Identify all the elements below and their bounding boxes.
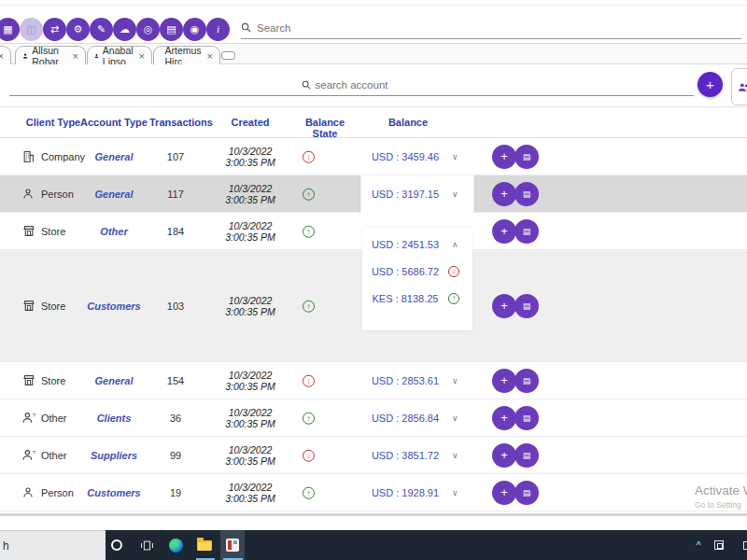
account-card-button[interactable]: ▤ [514, 481, 539, 505]
arrow-down-circle-icon: ↓ [303, 375, 315, 387]
tray-partial-icon[interactable] [743, 541, 747, 550]
account-card-button[interactable]: ▤ [514, 406, 539, 430]
client-type-label: Store [41, 226, 65, 237]
account-type-link[interactable]: Clients [80, 413, 148, 424]
power-icon[interactable]: ◉ [183, 18, 206, 41]
balance-line[interactable]: USD : 2856.84∨ [364, 410, 476, 427]
table-row[interactable]: Person General 117 10/3/2022 3:00:35 PM … [0, 175, 747, 213]
add-account-button[interactable]: + [698, 72, 723, 97]
close-icon[interactable]: × [0, 50, 4, 62]
account-type-link[interactable]: General [80, 151, 148, 162]
power-icon-glyph: ◉ [190, 24, 200, 35]
chevron-down-icon[interactable]: ∨ [452, 488, 458, 497]
balance-line[interactable]: USD : 2853.61∨ [364, 372, 476, 389]
team-icon[interactable]: ▦ [0, 18, 20, 41]
new-tab-button[interactable] [221, 51, 235, 60]
info-icon[interactable]: i [206, 18, 230, 41]
tab-artemus-hirc[interactable]: Artemus Hirc × [153, 46, 220, 64]
balance-list: USD : 3459.46∨ [364, 148, 476, 165]
balance-line[interactable]: USD : 2451.53∧ [364, 236, 476, 253]
account-card-button[interactable]: ▤ [514, 294, 539, 318]
cloud-icon[interactable]: ☁ [113, 18, 136, 41]
row-actions: + ▤ [492, 406, 548, 430]
add-transaction-button[interactable]: + [492, 369, 516, 393]
tray-chevron-icon[interactable]: ^ [687, 530, 710, 560]
header-created: Created [213, 117, 288, 128]
tab-label: Artemus Hirc [164, 45, 201, 67]
account-card-button[interactable]: ▤ [514, 145, 539, 169]
screen: ▦ ◫ ⇄ ⚙ ✎ ☁ ◎ ▤ ◉ i × Allsun Robar × Ana… [0, 0, 747, 560]
task-view-icon[interactable] [135, 530, 158, 560]
global-search-input[interactable] [257, 22, 705, 34]
add-transaction-button[interactable]: + [492, 406, 516, 430]
add-transaction-button[interactable]: + [492, 219, 516, 244]
balance-line[interactable]: KES : 8138.25↑ [364, 290, 476, 307]
sync-icon[interactable]: ◎ [136, 18, 160, 41]
close-icon[interactable]: × [139, 50, 145, 62]
tray-window-icon[interactable] [708, 530, 730, 560]
close-icon[interactable]: × [73, 50, 78, 62]
balance-value: USD : 2853.61 [364, 375, 446, 386]
chevron-up-icon[interactable]: ∧ [452, 240, 458, 249]
add-transaction-button[interactable]: + [492, 145, 516, 169]
account-type-link[interactable]: General [80, 189, 148, 200]
account-search-input[interactable] [9, 79, 694, 91]
account-type-link[interactable]: Other [80, 226, 148, 237]
client-tab-bar: × Allsun Robar × Anabal Lipso × Artemus … [0, 44, 747, 64]
file-explorer-icon[interactable] [193, 530, 216, 560]
taskbar-search-box[interactable]: h [0, 530, 106, 560]
chevron-down-icon[interactable]: ∨ [452, 152, 458, 161]
balance-value: USD : 2856.84 [364, 413, 446, 424]
table-row[interactable]: Company General 107 10/3/2022 3:00:35 PM… [0, 138, 747, 175]
balance-line[interactable]: USD : 3851.72∨ [364, 447, 476, 464]
transactions-value: 19 [149, 487, 202, 498]
tab-partial[interactable]: × [0, 46, 11, 64]
start-button-icon[interactable] [106, 530, 128, 560]
add-transaction-button[interactable]: + [492, 481, 516, 505]
chevron-down-icon[interactable]: ∨ [452, 451, 458, 460]
table-row[interactable]: ? Other Suppliers 99 10/3/2022 3:00:35 P… [0, 437, 747, 474]
settings-icon[interactable]: ⚙ [66, 18, 90, 41]
ledger-icon[interactable]: ▤ [160, 18, 183, 41]
edit-user-icon[interactable]: ✎ [90, 18, 113, 41]
account-card-button[interactable]: ▤ [514, 219, 539, 244]
client-type-icon [22, 374, 37, 387]
people-icon [738, 81, 747, 93]
account-type-link[interactable]: Customers [80, 487, 148, 498]
active-app-icon[interactable] [220, 530, 245, 560]
tab-allsun-robar[interactable]: Allsun Robar × [15, 46, 86, 64]
balance-line[interactable]: USD : 1928.91∨ [364, 484, 476, 501]
account-card-button[interactable]: ▤ [514, 369, 539, 393]
row-actions: + ▤ [492, 294, 548, 318]
chevron-down-icon[interactable]: ∨ [452, 376, 458, 385]
client-type-icon [22, 188, 37, 201]
group-icon[interactable]: ⇄ [43, 18, 66, 41]
tab-anabal-lipso[interactable]: Anabal Lipso × [87, 46, 152, 64]
account-type-link[interactable]: Customers [80, 301, 148, 312]
cloud-icon-glyph: ☁ [120, 24, 130, 35]
close-icon[interactable]: × [207, 50, 213, 62]
balance-line[interactable]: USD : 5686.72↓ [364, 263, 476, 280]
table-row[interactable]: Store General 154 10/3/2022 3:00:35 PM ↓… [0, 362, 747, 399]
chevron-down-icon[interactable]: ∨ [452, 189, 458, 199]
chevron-down-icon[interactable]: ∨ [452, 413, 458, 423]
add-transaction-button[interactable]: + [492, 294, 516, 318]
add-transaction-button[interactable]: + [492, 182, 516, 206]
account-card-button[interactable]: ▤ [514, 182, 539, 206]
balance-line[interactable]: USD : 3459.46∨ [364, 148, 476, 165]
account-type-link[interactable]: General [80, 375, 148, 386]
table-row[interactable]: Store Customers 103 10/3/2022 3:00:35 PM… [0, 250, 747, 362]
arrow-down-circle-icon: ↓ [448, 266, 459, 277]
clients-panel-button[interactable] [731, 68, 747, 105]
balance-line[interactable]: USD : 3197.15∨ [364, 186, 476, 203]
table-row[interactable]: ? Other Clients 36 10/3/2022 3:00:35 PM … [0, 399, 747, 437]
table-row[interactable]: Person Customers 19 10/3/2022 3:00:35 PM… [0, 474, 747, 511]
account-type-link[interactable]: Suppliers [80, 450, 148, 461]
account-search-section [0, 64, 747, 107]
edit-user-icon-glyph: ✎ [97, 24, 106, 35]
account-card-button[interactable]: ▤ [514, 443, 539, 468]
edge-browser-icon[interactable] [164, 530, 187, 560]
horizontal-scrollbar[interactable] [0, 513, 747, 516]
add-transaction-button[interactable]: + [492, 443, 516, 468]
header-balance-state: Balance State [297, 117, 353, 139]
